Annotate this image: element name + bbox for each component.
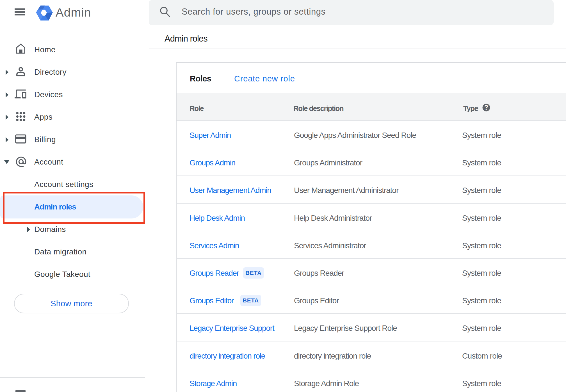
svg-text:?: ? bbox=[484, 104, 488, 111]
